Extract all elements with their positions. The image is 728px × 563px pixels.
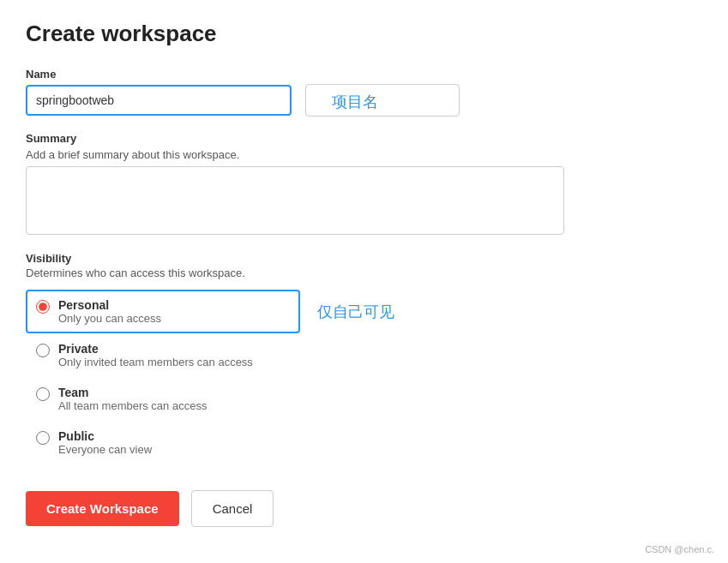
button-row: Create Workspace Cancel: [26, 490, 702, 527]
radio-private-desc: Only invited team members can access: [58, 356, 253, 368]
radio-personal-input[interactable]: [36, 300, 50, 314]
summary-section: Summary Add a brief summary about this w…: [26, 132, 702, 235]
personal-row: Personal Only you can access 仅自己可见: [26, 290, 702, 333]
radio-team-input[interactable]: [36, 387, 50, 401]
radio-private-content: Private Only invited team members can ac…: [58, 342, 253, 368]
cancel-button[interactable]: Cancel: [191, 490, 274, 527]
radio-option-personal[interactable]: Personal Only you can access: [26, 290, 300, 333]
radio-team-desc: All team members can access: [58, 399, 207, 412]
radio-public-title: Public: [58, 429, 152, 443]
create-workspace-button[interactable]: Create Workspace: [26, 491, 179, 526]
name-annotation-box: 项目名: [305, 84, 460, 117]
summary-input[interactable]: [26, 166, 564, 235]
name-row: 项目名: [26, 84, 702, 117]
radio-private-input[interactable]: [36, 344, 50, 357]
name-section: Name 项目名: [26, 68, 702, 117]
summary-hint: Add a brief summary about this workspace…: [26, 148, 702, 161]
watermark: CSDN @chen.c.: [645, 544, 714, 554]
name-annotation-text: 项目名: [332, 93, 378, 111]
visibility-hint: Determines who can access this workspace…: [26, 267, 702, 279]
radio-personal-title: Personal: [58, 298, 161, 312]
visibility-section: Visibility Determines who can access thi…: [26, 252, 702, 464]
radio-private-title: Private: [58, 342, 253, 356]
radio-option-public[interactable]: Public Everyone can view: [26, 421, 702, 464]
visibility-label: Visibility: [26, 252, 702, 265]
visibility-radio-group: Personal Only you can access 仅自己可见 Priva…: [26, 290, 702, 464]
radio-public-input[interactable]: [36, 431, 50, 445]
summary-label: Summary: [26, 132, 702, 145]
radio-public-desc: Everyone can view: [58, 443, 152, 456]
radio-option-private[interactable]: Private Only invited team members can ac…: [26, 333, 702, 377]
name-input-wrapper: [26, 85, 292, 116]
radio-option-team[interactable]: Team All team members can access: [26, 377, 702, 421]
radio-personal-content: Personal Only you can access: [58, 298, 161, 325]
radio-public-content: Public Everyone can view: [58, 429, 152, 456]
page-title: Create workspace: [26, 21, 702, 47]
name-input[interactable]: [26, 85, 292, 116]
radio-personal-desc: Only you can access: [58, 312, 161, 325]
visibility-annotation: 仅自己可见: [317, 302, 394, 322]
radio-team-title: Team: [58, 386, 207, 399]
radio-team-content: Team All team members can access: [58, 386, 207, 412]
name-label: Name: [26, 68, 702, 81]
